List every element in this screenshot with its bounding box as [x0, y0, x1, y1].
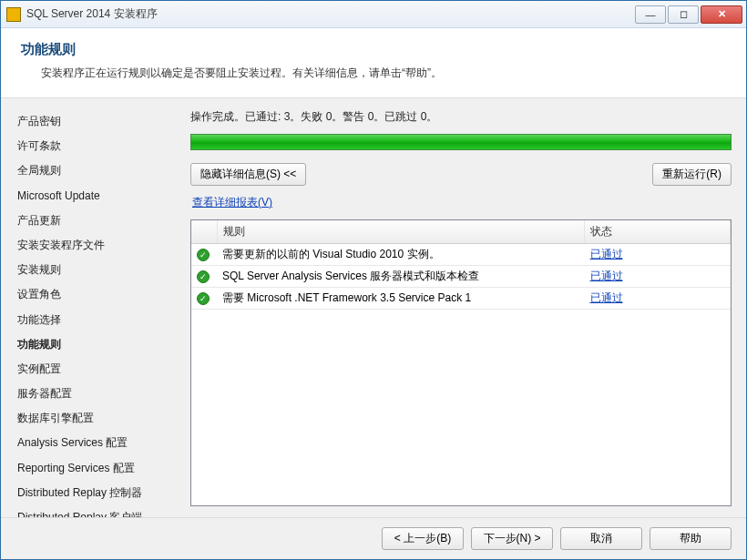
rule-status-link[interactable]: 已通过	[590, 270, 623, 282]
rule-name: 需要 Microsoft .NET Framework 3.5 Service …	[217, 288, 585, 310]
sidebar-item[interactable]: 安装规则	[17, 258, 183, 282]
check-icon: ✓	[197, 249, 210, 261]
sidebar-item[interactable]: 许可条款	[17, 134, 183, 158]
status-icon-cell: ✓	[191, 266, 217, 288]
sidebar-item[interactable]: 安装安装程序文件	[17, 233, 183, 258]
window-title: SQL Server 2014 安装程序	[26, 6, 635, 22]
cancel-button[interactable]: 取消	[560, 527, 642, 550]
content: 操作完成。已通过: 3。失败 0。警告 0。已跳过 0。 隐藏详细信息(S) <…	[183, 98, 746, 517]
hide-details-button[interactable]: 隐藏详细信息(S) <<	[190, 163, 306, 186]
table-row: ✓需要 Microsoft .NET Framework 3.5 Service…	[191, 288, 731, 310]
minimize-button[interactable]: —	[635, 5, 666, 24]
installer-window: SQL Server 2014 安装程序 — ◻ ✕ 功能规则 安装程序正在运行…	[0, 0, 747, 560]
sidebar-item[interactable]: Reporting Services 配置	[17, 456, 183, 481]
help-button[interactable]: 帮助	[650, 527, 732, 550]
rule-status-cell: 已通过	[585, 288, 731, 310]
rerun-button[interactable]: 重新运行(R)	[652, 163, 732, 186]
sidebar-item[interactable]: Microsoft Update	[17, 184, 183, 209]
next-button[interactable]: 下一步(N) >	[471, 527, 553, 550]
sidebar-item[interactable]: 功能规则	[17, 332, 183, 357]
back-button[interactable]: < 上一步(B)	[382, 527, 464, 550]
progress-bar	[190, 134, 732, 150]
rule-status-link[interactable]: 已通过	[590, 291, 623, 304]
maximize-button[interactable]: ◻	[668, 5, 699, 24]
rule-name: SQL Server Analysis Services 服务器模式和版本检查	[217, 266, 585, 288]
status-icon-cell: ✓	[191, 288, 217, 310]
check-icon: ✓	[197, 270, 210, 283]
sidebar-item[interactable]: Distributed Replay 控制器	[17, 481, 183, 505]
sidebar-item[interactable]: 全局规则	[17, 158, 183, 183]
sidebar-item[interactable]: 服务器配置	[17, 382, 183, 406]
status-icon-cell: ✓	[191, 244, 217, 266]
col-header-rule: 规则	[217, 220, 585, 244]
rule-status-cell: 已通过	[585, 244, 731, 266]
rules-table-wrap: 规则 状态 ✓需要更新的以前的 Visual Studio 2010 实例。已通…	[190, 219, 732, 506]
content-actions: 隐藏详细信息(S) << 重新运行(R)	[190, 163, 732, 186]
sidebar: 产品密钥许可条款全局规则Microsoft Update产品更新安装安装程序文件…	[1, 98, 183, 517]
rules-table: 规则 状态 ✓需要更新的以前的 Visual Studio 2010 实例。已通…	[191, 220, 731, 310]
sidebar-item[interactable]: 数据库引擎配置	[17, 406, 183, 431]
rule-status-cell: 已通过	[585, 266, 731, 288]
sidebar-item[interactable]: 产品密钥	[17, 109, 183, 134]
view-report-link[interactable]: 查看详细报表(V)	[192, 195, 732, 210]
col-header-status: 状态	[585, 220, 731, 244]
close-button[interactable]: ✕	[701, 5, 742, 24]
body: 产品密钥许可条款全局规则Microsoft Update产品更新安装安装程序文件…	[1, 98, 746, 517]
page-header: 功能规则 安装程序正在运行规则以确定是否要阻止安装过程。有关详细信息，请单击“帮…	[1, 28, 746, 98]
sidebar-item[interactable]: 设置角色	[17, 282, 183, 307]
window-buttons: — ◻ ✕	[635, 5, 742, 24]
titlebar: SQL Server 2014 安装程序 — ◻ ✕	[1, 1, 746, 28]
page-title: 功能规则	[21, 41, 726, 58]
app-icon	[6, 7, 21, 22]
sidebar-item[interactable]: 产品更新	[17, 209, 183, 233]
table-row: ✓需要更新的以前的 Visual Studio 2010 实例。已通过	[191, 244, 731, 266]
sidebar-item[interactable]: Analysis Services 配置	[17, 431, 183, 455]
footer: < 上一步(B) 下一步(N) > 取消 帮助	[1, 517, 746, 559]
sidebar-item[interactable]: 实例配置	[17, 357, 183, 382]
table-row: ✓SQL Server Analysis Services 服务器模式和版本检查…	[191, 266, 731, 288]
check-icon: ✓	[197, 292, 210, 305]
page-subtitle: 安装程序正在运行规则以确定是否要阻止安装过程。有关详细信息，请单击“帮助”。	[41, 66, 726, 81]
rule-status-link[interactable]: 已通过	[590, 248, 623, 260]
status-line: 操作完成。已通过: 3。失败 0。警告 0。已跳过 0。	[190, 109, 732, 125]
rule-name: 需要更新的以前的 Visual Studio 2010 实例。	[217, 244, 585, 266]
sidebar-item[interactable]: 功能选择	[17, 308, 183, 332]
col-header-icon	[191, 220, 217, 244]
